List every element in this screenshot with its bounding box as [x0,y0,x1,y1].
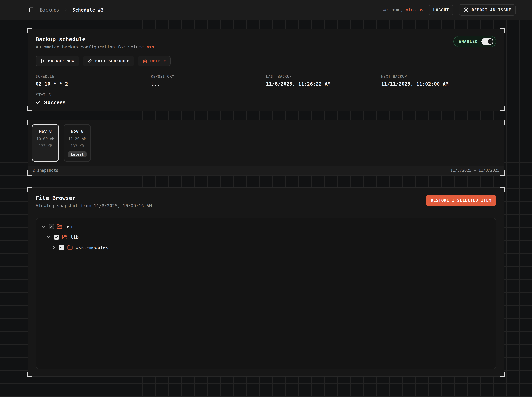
schedule-fields: SCHEDULE 02 10 * * 2 REPOSITORY ttt LAST… [36,74,496,87]
enabled-toggle[interactable]: ENABLED [453,36,496,47]
checkbox-ossl-modules[interactable] [59,245,64,250]
username: nicolas [405,7,424,12]
folder-open-icon [62,234,68,240]
snapshot-card[interactable]: Nov 8 11:26 AM 133 KB Latest [64,124,91,162]
backup-now-label: BACKUP NOW [48,59,75,63]
field-repository: REPOSITORY ttt [151,74,266,87]
field-value: 11/11/2025, 11:02:00 AM [381,81,496,87]
tree-label: lib [70,235,79,240]
chevron-down-icon[interactable] [46,235,51,239]
field-value: ttt [151,81,266,87]
volume-name: sss [146,44,154,50]
pencil-icon [88,59,92,63]
snapshot-time: 10:09 AM [37,137,55,141]
corner-bracket [27,372,32,377]
snapshot-count: 2 snapshots [32,168,58,173]
file-browser-panel: File Browser Viewing snapshot from 11/8/… [28,187,504,377]
trash-icon [142,59,147,63]
panel-title: Backup schedule [36,36,154,43]
field-label: NEXT BACKUP [381,74,496,79]
snapshots-footer: 2 snapshots 11/8/2025 – 11/8/2025 [28,166,504,175]
snapshot-size: 133 KB [70,144,84,148]
sidebar-toggle-button[interactable] [28,6,35,14]
field-next-backup: NEXT BACKUP 11/11/2025, 11:02:00 AM [381,74,496,87]
edit-schedule-label: EDIT SCHEDULE [95,59,129,63]
folder-open-icon [57,224,62,230]
status-label: STATUS [36,93,496,97]
checkbox-usr[interactable] [49,224,54,229]
file-browser-subtitle: Viewing snapshot from 11/8/2025, 10:09:1… [36,203,152,208]
snapshot-time: 11:26 AM [68,137,86,141]
snapshots-panel: Nov 8 10:09 AM 133 KB Nov 8 11:26 AM 133… [28,120,504,175]
tree-row-usr[interactable]: usr [40,222,492,232]
page-background-grid: Backup schedule Automated backup configu… [0,20,532,397]
breadcrumb-backups-link[interactable]: Backups [40,7,59,13]
panel-subtitle: Automated backup configuration for volum… [36,44,154,50]
subtitle-prefix: Automated backup configuration for volum… [36,44,144,50]
edit-schedule-button[interactable]: EDIT SCHEDULE [83,56,134,66]
snapshot-card-selected[interactable]: Nov 8 10:09 AM 133 KB [32,124,59,162]
status-value: Success [44,99,66,105]
backup-now-button[interactable]: BACKUP NOW [36,56,79,66]
report-issue-label: REPORT AN ISSUE [472,8,511,12]
snapshot-date-range: 11/8/2025 – 11/8/2025 [450,168,500,173]
breadcrumb-current-page: Schedule #3 [72,7,104,13]
restore-selected-button[interactable]: RESTORE 1 SELECTED ITEM [426,195,496,206]
chevron-right-icon[interactable] [52,245,56,250]
file-tree: usr lib [36,218,496,369]
delete-label: DELETE [150,59,166,63]
chevron-right-icon [64,8,68,12]
tree-label: ossl-modules [76,245,108,250]
welcome-prefix: Welcome, [383,7,403,12]
check-icon [36,100,41,105]
delete-button[interactable]: DELETE [138,56,171,66]
snapshot-date: Nov 8 [71,129,84,134]
field-label: SCHEDULE [36,74,151,79]
checkbox-lib[interactable] [54,235,59,240]
toggle-knob [488,39,493,44]
corner-bracket [27,106,32,112]
welcome-text: Welcome,nicolas [383,7,424,12]
top-bar: Backups Schedule #3 Welcome,nicolas LOGO… [0,0,532,20]
corner-bracket [500,187,505,192]
corner-bracket [500,372,505,377]
file-browser-title: File Browser [36,195,152,201]
tree-row-lib[interactable]: lib [40,232,492,242]
enabled-label: ENABLED [459,39,478,44]
corner-bracket [500,106,505,112]
report-issue-button[interactable]: REPORT AN ISSUE [459,4,516,16]
logout-button[interactable]: LOGOUT [429,5,454,15]
breadcrumb: Backups Schedule #3 [28,6,104,14]
snapshot-size: 133 KB [39,144,52,148]
play-icon [40,59,45,63]
field-label: LAST BACKUP [266,74,381,79]
field-last-backup: LAST BACKUP 11/8/2025, 11:26:22 AM [266,74,381,87]
folder-icon [67,245,73,250]
field-value: 11/8/2025, 11:26:22 AM [266,81,381,87]
corner-bracket [27,28,32,33]
panel-left-icon [29,7,35,13]
latest-badge: Latest [68,151,87,157]
status-block: STATUS Success [36,93,496,105]
lifebuoy-icon [463,7,469,13]
snapshot-card-list: Nov 8 10:09 AM 133 KB Nov 8 11:26 AM 133… [28,120,504,166]
corner-bracket [27,187,32,192]
backup-schedule-panel: Backup schedule Automated backup configu… [28,29,504,111]
tree-label: usr [65,224,74,230]
snapshot-date: Nov 8 [39,129,52,134]
chevron-down-icon[interactable] [41,224,46,229]
corner-bracket [500,28,505,33]
field-schedule: SCHEDULE 02 10 * * 2 [36,74,151,87]
field-value: 02 10 * * 2 [36,81,151,87]
toggle-switch[interactable] [481,38,493,45]
tree-row-ossl-modules[interactable]: ossl-modules [40,242,492,253]
field-label: REPOSITORY [151,74,266,79]
